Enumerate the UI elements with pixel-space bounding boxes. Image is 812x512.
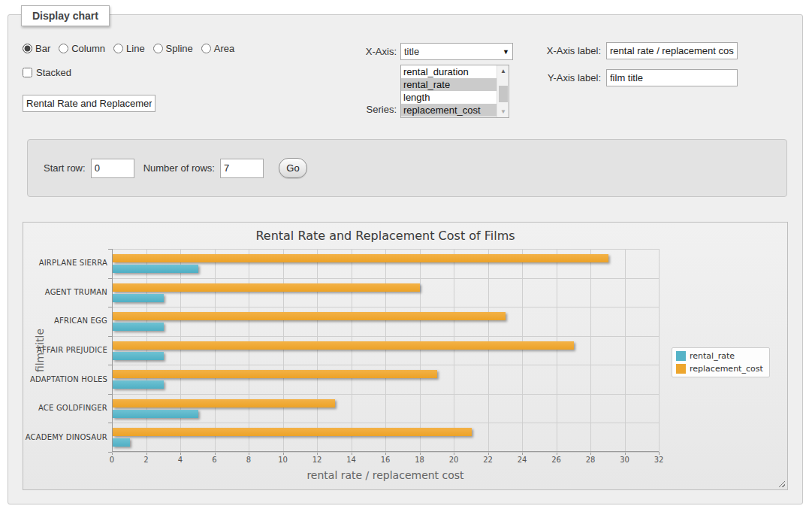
- gridline: [112, 452, 659, 453]
- scrollbar-thumb[interactable]: [499, 86, 508, 102]
- series-select-label: Series:: [321, 104, 397, 115]
- chart-type-radio-group: BarColumnLineSplineArea: [23, 43, 241, 54]
- x-tick-label: 14: [337, 456, 367, 464]
- stacked-label: Stacked: [36, 67, 71, 78]
- bar-replacement_cost[interactable]: [113, 428, 472, 436]
- series-option-replacement_cost[interactable]: replacement_cost: [401, 104, 497, 117]
- chart-type-option-bar: Bar: [23, 43, 50, 54]
- category-label: ACADEMY DINOSAUR: [25, 433, 107, 441]
- bar-rental_rate[interactable]: [113, 380, 164, 389]
- category-label: AIRPLANE SIERRA: [25, 259, 107, 267]
- x-tick-label: 4: [165, 456, 195, 464]
- legend-swatch-icon: [676, 364, 686, 374]
- category-label: AFFAIR PREJUDICE: [25, 346, 107, 354]
- bar-rental_rate[interactable]: [113, 438, 130, 447]
- x-tick-label: 6: [200, 456, 230, 464]
- series-option-rental_rate[interactable]: rental_rate: [401, 78, 497, 91]
- x-tick-label: 22: [473, 456, 503, 464]
- chart-x-axis-title: rental rate / replacement cost: [112, 469, 659, 481]
- chart-type-label: Bar: [35, 43, 50, 54]
- axis-tick: [659, 452, 660, 455]
- x-tick-label: 26: [542, 456, 572, 464]
- chart-type-radio-column[interactable]: [59, 44, 68, 53]
- stacked-checkbox-row: Stacked: [23, 67, 71, 78]
- bar-rental_rate[interactable]: [113, 352, 164, 360]
- bar-rental_rate[interactable]: [113, 265, 198, 273]
- chart-type-label: Line: [126, 43, 145, 54]
- series-options: rental_durationrental_ratelengthreplacem…: [401, 65, 497, 117]
- legend-item-rental_rate[interactable]: rental_rate: [676, 351, 763, 361]
- x-tick-label: 2: [131, 456, 161, 464]
- x-tick-label: 30: [610, 456, 640, 464]
- bar-replacement_cost[interactable]: [113, 370, 437, 378]
- chart-category-row: AGENT TRUMAN: [112, 278, 659, 308]
- legend-label: rental_rate: [690, 351, 735, 361]
- x-axis-label-label: X-Axis label:: [526, 45, 601, 56]
- chart-category-row: AIRPLANE SIERRA: [112, 249, 659, 278]
- scroll-up-icon[interactable]: ▲: [497, 65, 509, 77]
- chart-type-label: Area: [214, 43, 234, 54]
- axis-tick: [108, 452, 112, 453]
- chart-category-row: AFRICAN EGG: [112, 307, 659, 336]
- category-label: AFRICAN EGG: [25, 317, 107, 325]
- category-label: AGENT TRUMAN: [25, 288, 107, 296]
- x-tick-label: 24: [507, 456, 537, 464]
- bar-replacement_cost[interactable]: [113, 254, 608, 262]
- page: Display chart BarColumnLineSplineArea St…: [0, 0, 812, 512]
- series-scrollbar[interactable]: ▲ ▼: [497, 65, 509, 117]
- chart-type-option-line: Line: [113, 43, 145, 54]
- go-button[interactable]: Go: [279, 158, 307, 178]
- bar-replacement_cost[interactable]: [113, 341, 574, 350]
- x-tick-label: 28: [575, 456, 605, 464]
- chart-type-radio-bar[interactable]: [23, 44, 32, 53]
- series-option-length[interactable]: length: [401, 91, 497, 104]
- chart-type-radio-line[interactable]: [113, 44, 123, 53]
- chart-type-label: Spline: [166, 43, 193, 54]
- series-option-rental_duration[interactable]: rental_duration: [401, 65, 497, 78]
- x-axis-selected-value: title: [404, 46, 419, 57]
- bar-rental_rate[interactable]: [113, 410, 198, 418]
- x-tick-label: 20: [439, 456, 469, 464]
- row-controls-panel: Start row: Number of rows: Go: [27, 139, 787, 197]
- chart-category-row: ACE GOLDFINGER: [112, 394, 659, 423]
- bar-replacement_cost[interactable]: [113, 312, 506, 320]
- legend-item-replacement_cost[interactable]: replacement_cost: [676, 364, 763, 374]
- x-tick-label: 18: [405, 456, 435, 464]
- bar-rental_rate[interactable]: [113, 294, 164, 302]
- chart-type-option-spline: Spline: [153, 43, 193, 54]
- chart-category-row: ACADEMY DINOSAUR: [112, 423, 659, 452]
- x-axis-select[interactable]: title ▼: [400, 43, 513, 60]
- category-label: ADAPTATION HOLES: [25, 375, 107, 383]
- chart-category-row: AFFAIR PREJUDICE: [112, 336, 659, 365]
- fieldset-legend: Display chart: [21, 5, 110, 26]
- bar-replacement_cost[interactable]: [113, 283, 420, 292]
- chart-type-label: Column: [71, 43, 105, 54]
- chart-type-option-column: Column: [59, 43, 105, 54]
- start-row-input[interactable]: [91, 159, 134, 178]
- legend-label: replacement_cost: [690, 364, 763, 374]
- x-tick-label: 10: [268, 456, 298, 464]
- x-tick-label: 16: [370, 456, 400, 464]
- x-axis-label-input[interactable]: [606, 42, 738, 59]
- chart-type-radio-spline[interactable]: [153, 44, 163, 53]
- x-tick-label: 0: [97, 456, 127, 464]
- chart-title-input[interactable]: [23, 95, 155, 112]
- gridline: [659, 249, 660, 452]
- series-listbox[interactable]: rental_durationrental_ratelengthreplacem…: [400, 65, 509, 118]
- bar-rental_rate[interactable]: [113, 323, 164, 331]
- num-rows-input[interactable]: [220, 159, 264, 178]
- stacked-checkbox[interactable]: [23, 68, 32, 77]
- chart-title: Rental Rate and Replacement Cost of Film…: [112, 229, 659, 243]
- chart-plot-area: AIRPLANE SIERRAAGENT TRUMANAFRICAN EGGAF…: [112, 249, 659, 452]
- chart-type-radio-area[interactable]: [201, 44, 211, 53]
- start-row-label: Start row:: [44, 162, 86, 174]
- chart-type-option-area: Area: [201, 43, 234, 54]
- y-axis-label-input[interactable]: [606, 69, 738, 86]
- resize-grip-icon[interactable]: [777, 479, 785, 487]
- x-tick-label: 12: [302, 456, 332, 464]
- chart-category-row: ADAPTATION HOLES: [112, 365, 659, 394]
- category-label: ACE GOLDFINGER: [25, 404, 107, 412]
- scroll-down-icon[interactable]: ▼: [497, 106, 509, 117]
- bar-replacement_cost[interactable]: [113, 399, 335, 407]
- num-rows-label: Number of rows:: [143, 162, 215, 174]
